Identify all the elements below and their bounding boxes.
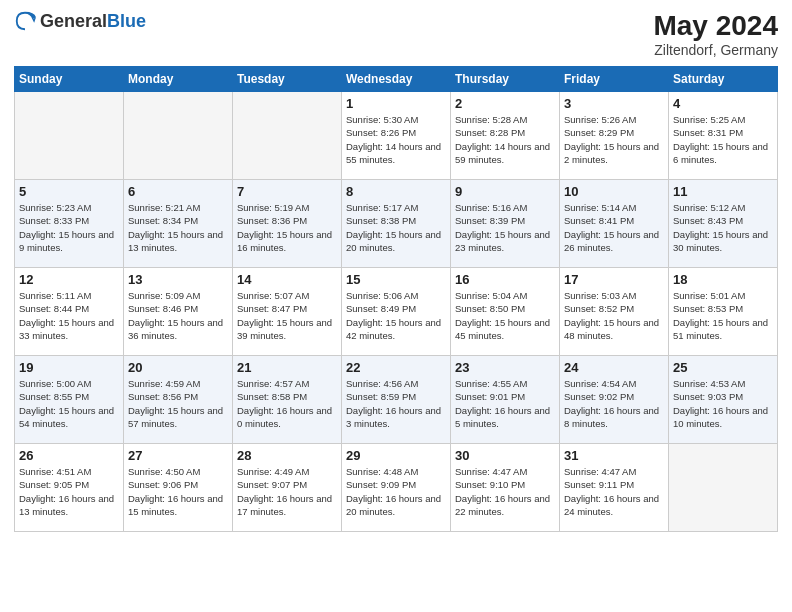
col-monday: Monday <box>124 67 233 92</box>
day-number: 25 <box>673 360 773 375</box>
day-info: Sunrise: 5:04 AMSunset: 8:50 PMDaylight:… <box>455 289 555 342</box>
logo: GeneralBlue <box>14 10 146 32</box>
day-number: 12 <box>19 272 119 287</box>
calendar-cell: 19Sunrise: 5:00 AMSunset: 8:55 PMDayligh… <box>15 356 124 444</box>
day-info: Sunrise: 4:48 AMSunset: 9:09 PMDaylight:… <box>346 465 446 518</box>
day-number: 30 <box>455 448 555 463</box>
calendar-cell: 7Sunrise: 5:19 AMSunset: 8:36 PMDaylight… <box>233 180 342 268</box>
day-info: Sunrise: 4:57 AMSunset: 8:58 PMDaylight:… <box>237 377 337 430</box>
day-number: 24 <box>564 360 664 375</box>
day-info: Sunrise: 4:59 AMSunset: 8:56 PMDaylight:… <box>128 377 228 430</box>
day-info: Sunrise: 5:23 AMSunset: 8:33 PMDaylight:… <box>19 201 119 254</box>
day-number: 27 <box>128 448 228 463</box>
day-info: Sunrise: 4:47 AMSunset: 9:11 PMDaylight:… <box>564 465 664 518</box>
calendar-cell: 4Sunrise: 5:25 AMSunset: 8:31 PMDaylight… <box>669 92 778 180</box>
day-info: Sunrise: 5:12 AMSunset: 8:43 PMDaylight:… <box>673 201 773 254</box>
header: GeneralBlue May 2024 Ziltendorf, Germany <box>14 10 778 58</box>
day-number: 18 <box>673 272 773 287</box>
day-info: Sunrise: 4:53 AMSunset: 9:03 PMDaylight:… <box>673 377 773 430</box>
day-number: 11 <box>673 184 773 199</box>
calendar-cell: 5Sunrise: 5:23 AMSunset: 8:33 PMDaylight… <box>15 180 124 268</box>
calendar-cell: 9Sunrise: 5:16 AMSunset: 8:39 PMDaylight… <box>451 180 560 268</box>
calendar-cell: 30Sunrise: 4:47 AMSunset: 9:10 PMDayligh… <box>451 444 560 532</box>
day-number: 14 <box>237 272 337 287</box>
col-saturday: Saturday <box>669 67 778 92</box>
day-number: 10 <box>564 184 664 199</box>
day-number: 22 <box>346 360 446 375</box>
calendar-cell: 6Sunrise: 5:21 AMSunset: 8:34 PMDaylight… <box>124 180 233 268</box>
calendar-cell: 3Sunrise: 5:26 AMSunset: 8:29 PMDaylight… <box>560 92 669 180</box>
calendar-cell <box>669 444 778 532</box>
day-info: Sunrise: 5:01 AMSunset: 8:53 PMDaylight:… <box>673 289 773 342</box>
day-info: Sunrise: 4:56 AMSunset: 8:59 PMDaylight:… <box>346 377 446 430</box>
day-number: 17 <box>564 272 664 287</box>
day-info: Sunrise: 5:25 AMSunset: 8:31 PMDaylight:… <box>673 113 773 166</box>
day-number: 31 <box>564 448 664 463</box>
day-number: 6 <box>128 184 228 199</box>
calendar-cell: 20Sunrise: 4:59 AMSunset: 8:56 PMDayligh… <box>124 356 233 444</box>
day-number: 9 <box>455 184 555 199</box>
calendar-cell: 28Sunrise: 4:49 AMSunset: 9:07 PMDayligh… <box>233 444 342 532</box>
day-number: 4 <box>673 96 773 111</box>
col-thursday: Thursday <box>451 67 560 92</box>
calendar-cell: 26Sunrise: 4:51 AMSunset: 9:05 PMDayligh… <box>15 444 124 532</box>
day-number: 26 <box>19 448 119 463</box>
day-number: 2 <box>455 96 555 111</box>
day-info: Sunrise: 4:51 AMSunset: 9:05 PMDaylight:… <box>19 465 119 518</box>
main-container: GeneralBlue May 2024 Ziltendorf, Germany… <box>0 0 792 540</box>
calendar-cell: 17Sunrise: 5:03 AMSunset: 8:52 PMDayligh… <box>560 268 669 356</box>
calendar-cell <box>124 92 233 180</box>
day-number: 19 <box>19 360 119 375</box>
day-number: 21 <box>237 360 337 375</box>
calendar-cell: 1Sunrise: 5:30 AMSunset: 8:26 PMDaylight… <box>342 92 451 180</box>
location: Ziltendorf, Germany <box>653 42 778 58</box>
calendar-cell: 14Sunrise: 5:07 AMSunset: 8:47 PMDayligh… <box>233 268 342 356</box>
calendar-cell: 27Sunrise: 4:50 AMSunset: 9:06 PMDayligh… <box>124 444 233 532</box>
day-number: 16 <box>455 272 555 287</box>
calendar-cell: 16Sunrise: 5:04 AMSunset: 8:50 PMDayligh… <box>451 268 560 356</box>
day-info: Sunrise: 5:06 AMSunset: 8:49 PMDaylight:… <box>346 289 446 342</box>
calendar-cell: 22Sunrise: 4:56 AMSunset: 8:59 PMDayligh… <box>342 356 451 444</box>
day-number: 1 <box>346 96 446 111</box>
day-info: Sunrise: 5:16 AMSunset: 8:39 PMDaylight:… <box>455 201 555 254</box>
day-info: Sunrise: 5:09 AMSunset: 8:46 PMDaylight:… <box>128 289 228 342</box>
day-info: Sunrise: 4:55 AMSunset: 9:01 PMDaylight:… <box>455 377 555 430</box>
calendar-cell <box>233 92 342 180</box>
calendar-cell: 12Sunrise: 5:11 AMSunset: 8:44 PMDayligh… <box>15 268 124 356</box>
day-info: Sunrise: 5:00 AMSunset: 8:55 PMDaylight:… <box>19 377 119 430</box>
col-tuesday: Tuesday <box>233 67 342 92</box>
calendar-cell: 13Sunrise: 5:09 AMSunset: 8:46 PMDayligh… <box>124 268 233 356</box>
month-year: May 2024 <box>653 10 778 42</box>
calendar-row: 26Sunrise: 4:51 AMSunset: 9:05 PMDayligh… <box>15 444 778 532</box>
logo-text: GeneralBlue <box>40 11 146 32</box>
day-number: 7 <box>237 184 337 199</box>
day-number: 28 <box>237 448 337 463</box>
calendar-row: 12Sunrise: 5:11 AMSunset: 8:44 PMDayligh… <box>15 268 778 356</box>
calendar-cell: 11Sunrise: 5:12 AMSunset: 8:43 PMDayligh… <box>669 180 778 268</box>
calendar-cell: 18Sunrise: 5:01 AMSunset: 8:53 PMDayligh… <box>669 268 778 356</box>
day-info: Sunrise: 5:21 AMSunset: 8:34 PMDaylight:… <box>128 201 228 254</box>
calendar-row: 5Sunrise: 5:23 AMSunset: 8:33 PMDaylight… <box>15 180 778 268</box>
day-info: Sunrise: 5:11 AMSunset: 8:44 PMDaylight:… <box>19 289 119 342</box>
col-sunday: Sunday <box>15 67 124 92</box>
day-number: 3 <box>564 96 664 111</box>
calendar-cell: 21Sunrise: 4:57 AMSunset: 8:58 PMDayligh… <box>233 356 342 444</box>
day-info: Sunrise: 4:47 AMSunset: 9:10 PMDaylight:… <box>455 465 555 518</box>
day-number: 8 <box>346 184 446 199</box>
day-info: Sunrise: 5:26 AMSunset: 8:29 PMDaylight:… <box>564 113 664 166</box>
calendar-cell: 10Sunrise: 5:14 AMSunset: 8:41 PMDayligh… <box>560 180 669 268</box>
day-info: Sunrise: 5:14 AMSunset: 8:41 PMDaylight:… <box>564 201 664 254</box>
day-number: 23 <box>455 360 555 375</box>
day-info: Sunrise: 5:17 AMSunset: 8:38 PMDaylight:… <box>346 201 446 254</box>
day-number: 20 <box>128 360 228 375</box>
day-info: Sunrise: 4:54 AMSunset: 9:02 PMDaylight:… <box>564 377 664 430</box>
col-friday: Friday <box>560 67 669 92</box>
day-number: 5 <box>19 184 119 199</box>
calendar-cell: 23Sunrise: 4:55 AMSunset: 9:01 PMDayligh… <box>451 356 560 444</box>
day-number: 29 <box>346 448 446 463</box>
day-info: Sunrise: 5:30 AMSunset: 8:26 PMDaylight:… <box>346 113 446 166</box>
day-info: Sunrise: 5:03 AMSunset: 8:52 PMDaylight:… <box>564 289 664 342</box>
calendar-row: 1Sunrise: 5:30 AMSunset: 8:26 PMDaylight… <box>15 92 778 180</box>
calendar-cell: 2Sunrise: 5:28 AMSunset: 8:28 PMDaylight… <box>451 92 560 180</box>
day-info: Sunrise: 5:07 AMSunset: 8:47 PMDaylight:… <box>237 289 337 342</box>
